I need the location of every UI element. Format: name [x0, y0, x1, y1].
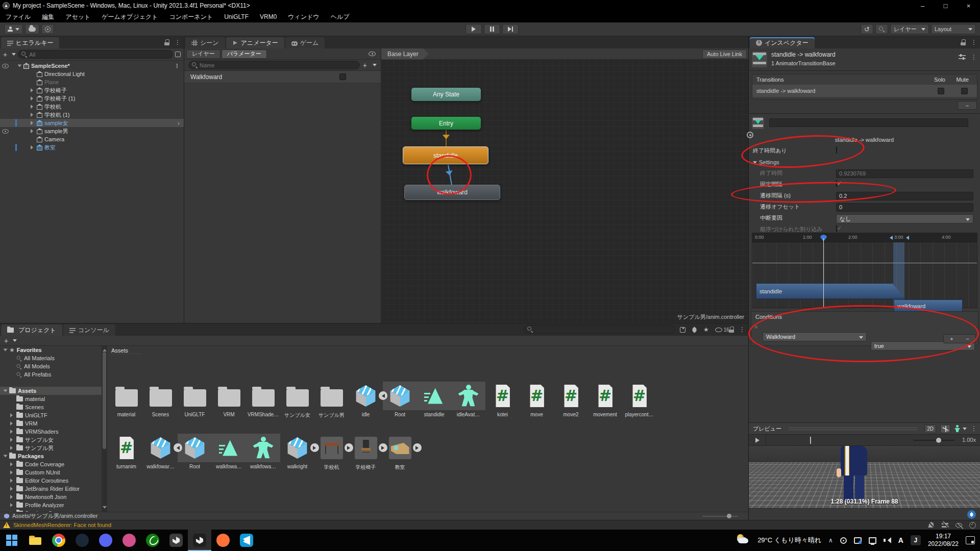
subasset-toggle-icon[interactable]	[379, 391, 387, 400]
add-condition-button[interactable]: +	[950, 336, 953, 342]
notification-center-icon[interactable]	[966, 536, 975, 544]
project-tree-item[interactable]: Packages	[0, 452, 102, 460]
pause-button[interactable]	[484, 24, 500, 34]
subasset-toggle-icon[interactable]	[379, 443, 387, 452]
hierarchy-item[interactable]: Plane	[0, 78, 184, 86]
ime-mode-indicator[interactable]: A	[898, 536, 903, 544]
project-tree-item[interactable]: Profile Analyzer	[0, 501, 102, 509]
asset-item[interactable]: idleAvat…	[451, 382, 485, 419]
taskbar-app-button[interactable]	[70, 530, 94, 551]
kebab-menu-icon[interactable]	[971, 54, 976, 61]
hidden-count-toggle[interactable]: 16	[715, 327, 729, 333]
expand-arrow-icon[interactable]	[31, 121, 35, 125]
expand-arrow-icon[interactable]	[10, 487, 15, 491]
expand-arrow-icon[interactable]	[10, 503, 15, 507]
expand-arrow-icon[interactable]	[10, 479, 15, 483]
transition-end-marker[interactable]	[904, 236, 909, 240]
project-tree-item[interactable]: JetBrains Rider Editor	[0, 485, 102, 493]
asset-item[interactable]: walkfowar…	[143, 434, 178, 471]
kebab-menu-icon[interactable]	[739, 326, 744, 333]
weather-desc[interactable]: くもり時々晴れ	[774, 536, 821, 544]
asset-item[interactable]: move2	[554, 382, 588, 419]
auto-live-link-button[interactable]: Auto Live Link	[702, 49, 747, 59]
expand-arrow-icon[interactable]	[10, 446, 15, 450]
timeline-clip-standidle[interactable]: standidle	[756, 283, 905, 299]
mute-checkbox[interactable]	[961, 88, 968, 94]
hierarchy-item[interactable]: Camera	[0, 135, 184, 143]
lock-icon[interactable]	[164, 39, 169, 45]
kebab-menu-icon[interactable]	[971, 39, 976, 46]
drag-handle-icon[interactable]: =	[754, 324, 757, 330]
asset-item[interactable]: material	[109, 382, 143, 419]
asset-item[interactable]: サンプル男	[314, 382, 349, 419]
taskbar-app-button[interactable]	[0, 530, 23, 551]
preview-scrub-marker[interactable]	[810, 437, 811, 444]
parameter-bool-checkbox[interactable]	[339, 73, 346, 80]
hierarchy-search[interactable]	[18, 50, 173, 59]
account-button[interactable]	[4, 24, 23, 34]
animator-graph[interactable]: Base Layer Auto Live Link Any StateEntry…	[381, 48, 748, 323]
parameter-row[interactable]: Walkfoward	[184, 71, 381, 83]
expand-arrow-icon[interactable]	[10, 495, 15, 499]
scroll-down-icon[interactable]	[103, 506, 107, 511]
project-tree-item[interactable]: All Materials	[0, 354, 102, 362]
parameter-search[interactable]	[188, 61, 360, 69]
asset-item[interactable]: 学校机	[314, 434, 349, 471]
hierarchy-item[interactable]: sample男	[0, 127, 184, 135]
tab-inspector[interactable]: インスペクター	[750, 37, 815, 48]
project-tree-item[interactable]: サンプル男	[0, 444, 102, 452]
condition-parameter-dropdown[interactable]: Walkfoward	[763, 332, 867, 341]
expand-arrow-icon[interactable]	[4, 390, 8, 394]
subasset-toggle-icon[interactable]	[310, 443, 319, 452]
preview-play-button[interactable]	[749, 435, 766, 445]
menu-item[interactable]: コンポーネント	[164, 11, 219, 22]
interruption-source-dropdown[interactable]: なし	[836, 214, 973, 223]
favorites-icon[interactable]: ★	[703, 327, 709, 333]
project-tree-item[interactable]: Code Coverage	[0, 460, 102, 468]
expand-arrow-icon[interactable]	[10, 470, 15, 474]
menu-item[interactable]: ゲームオブジェクト	[96, 11, 163, 22]
expand-arrow-icon[interactable]	[10, 430, 15, 434]
state-node[interactable]: Any State	[411, 88, 481, 101]
subasset-toggle-icon[interactable]	[345, 443, 353, 452]
hierarchy-item[interactable]: Directional Light	[0, 70, 184, 78]
subasset-toggle-icon[interactable]	[413, 443, 422, 452]
taskbar-app-button[interactable]	[188, 530, 211, 551]
transition-timeline[interactable]: 0:001:002:003:004:00 standidle walkfowar…	[752, 233, 977, 308]
subasset-toggle-icon[interactable]	[174, 443, 182, 452]
expand-arrow-icon[interactable]	[10, 438, 15, 442]
solo-checkbox[interactable]	[938, 88, 944, 94]
transition-start-marker[interactable]	[888, 236, 893, 240]
undo-history-button[interactable]: ↺	[861, 24, 873, 34]
project-tree-item[interactable]: Newtonsoft Json	[0, 493, 102, 501]
has-exit-time-checkbox[interactable]	[836, 146, 837, 154]
asset-item[interactable]: standidle	[417, 382, 451, 419]
transition-list-row[interactable]: standidle -> walkfoward	[752, 85, 977, 97]
hierarchy-item[interactable]: 学校机	[0, 103, 184, 111]
weather-temp[interactable]: 29°C	[757, 536, 772, 544]
asset-item[interactable]: playercont…	[622, 382, 656, 419]
expand-arrow-icon[interactable]	[31, 105, 35, 109]
tab-project[interactable]: プロジェクト	[1, 324, 62, 336]
project-tree-item[interactable]: UniGLTF	[0, 411, 102, 419]
weather-icon[interactable]	[736, 534, 750, 546]
remove-transition-button[interactable]: −	[958, 101, 977, 110]
asset-item[interactable]: Root	[178, 434, 212, 471]
project-tree-item[interactable]: All Models	[0, 362, 102, 370]
fixed-duration-checkbox[interactable]	[836, 180, 837, 187]
tray-display-icon[interactable]	[854, 537, 862, 544]
preview-header[interactable]: プレビュー 2D	[749, 422, 980, 435]
asset-item[interactable]: Root	[383, 382, 417, 419]
state-node[interactable]: Entry	[411, 117, 481, 130]
visibility-off-icon[interactable]	[955, 523, 962, 528]
asset-item[interactable]: walkright	[280, 434, 314, 471]
menu-item[interactable]: ウィンドウ	[282, 11, 325, 22]
kebab-menu-icon[interactable]	[175, 39, 180, 46]
asset-item[interactable]: 学校椅子	[349, 434, 383, 471]
cloud-services-button[interactable]	[25, 24, 39, 34]
taskbar-app-button[interactable]	[23, 530, 47, 551]
notifications-muted-icon[interactable]	[928, 522, 935, 529]
transition-offset-field[interactable]: 0	[836, 203, 973, 212]
expand-arrow-icon[interactable]	[31, 96, 35, 101]
expand-arrow-icon[interactable]	[31, 145, 35, 149]
